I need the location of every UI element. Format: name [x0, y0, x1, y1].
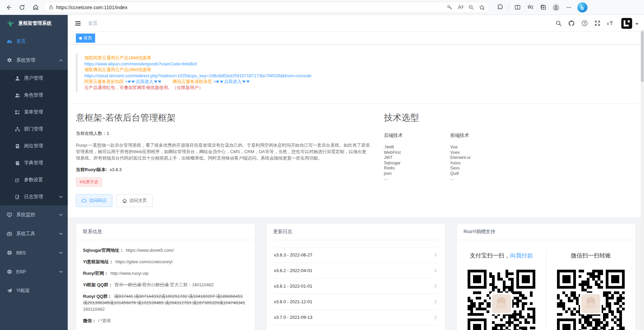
sidebar-item-departments[interactable]: 部门管理	[0, 121, 68, 138]
scrollbar-thumb[interactable]	[641, 31, 644, 82]
chevron-right-icon	[433, 300, 438, 304]
tech-item: Sqlsugar	[384, 161, 450, 166]
tags-view-bar: 首页	[68, 32, 644, 45]
ali-zone-label: 阿里云服务器折扣区	[84, 79, 125, 84]
sidebar-item-bbs[interactable]: BBS	[0, 243, 68, 262]
search-icon[interactable]	[554, 19, 563, 28]
github-icon[interactable]	[567, 19, 576, 28]
contact-row: Ruoyi官网：http://www.ruoyi.vip	[83, 270, 248, 276]
sidebar-item-label: 首页	[16, 38, 26, 44]
refresh-icon[interactable]	[16, 2, 28, 13]
lock-icon[interactable]	[48, 5, 53, 10]
zoom-out-icon[interactable]	[466, 3, 476, 12]
sidebar-item-logs[interactable]: 日志管理	[0, 188, 68, 205]
changelog-item-label: v3.8.2 - 2022-04-01	[274, 268, 312, 273]
sidebar-item-erp[interactable]: ERP	[0, 262, 68, 281]
copilot-icon[interactable]	[577, 2, 587, 13]
donate-card-title: RuoYi捐赠支持	[457, 224, 636, 240]
user-avatar-menu[interactable]	[621, 18, 639, 29]
changelog-item[interactable]: v3.8.3 - 2022-06-27	[273, 247, 438, 263]
read-aloud-icon[interactable]	[455, 3, 465, 12]
sidebar-item-label: BBS	[16, 250, 26, 255]
wechat-qr-code	[557, 270, 625, 330]
sidebar-item-label: 系统监控	[16, 212, 35, 218]
url-text[interactable]: https://ccnetcore.com:1101/index	[56, 5, 442, 10]
contact-value: 官方三群：160110482	[170, 282, 214, 287]
sidebar-item-label: 部门管理	[24, 126, 43, 132]
tencent-zone-link[interactable]: >☛☛点我进入☚☚	[213, 79, 249, 84]
split-screen-icon[interactable]	[512, 2, 523, 13]
sidebar-item-posts[interactable]: 岗位管理	[0, 138, 68, 154]
page-scrollbar[interactable]	[641, 30, 644, 330]
home-icon[interactable]	[30, 2, 41, 13]
sidebar: 意框架管理系统 首页 系统管理 用户管理	[0, 15, 68, 330]
question-icon[interactable]	[580, 19, 589, 28]
chevron-down-icon	[59, 270, 63, 274]
changelog-item[interactable]: v3.8.2 - 2022-04-01	[273, 263, 438, 279]
profile-avatar[interactable]	[550, 2, 562, 13]
changelog-item-label: v3.7.0 - 2021-09-13	[274, 315, 312, 320]
contact-card-title: 联系信息	[76, 224, 255, 240]
promo-zones: 阿里云服务器折扣区 >☛☛点我进入☚☚腾讯云服务器秒杀区 >☛☛点我进入☚☚	[84, 79, 629, 85]
cards-section: 联系信息 Sqlsugar官网地址：https://www.donet5.com…	[68, 217, 644, 330]
alipay-panel: 支付宝扫一扫，向我付款	[457, 252, 546, 330]
contact-label: Yi意框架地址：	[83, 259, 113, 264]
alipay-qr-code	[468, 270, 535, 330]
badge-icon	[15, 144, 20, 149]
address-bar[interactable]: https://ccnetcore.com:1101/index	[43, 2, 490, 13]
tab-home[interactable]: 首页	[76, 34, 95, 43]
changelog-item-label: v3.8.0 - 2021-12-01	[274, 299, 312, 304]
contact-row: Yi框架 QQ群：官方一群已满 官方二群已满官方三群：160110482	[83, 282, 248, 288]
extensions-icon[interactable]	[494, 2, 506, 13]
chevron-down-icon	[59, 232, 63, 236]
promo-link-aliyun[interactable]: https://www.aliyun.com/minisite/goods?us…	[84, 61, 629, 67]
sidebar-item-home[interactable]: 首页	[0, 32, 68, 51]
contact-label: Ruoyi官网：	[83, 271, 108, 276]
chevron-right-icon	[433, 268, 438, 273]
visit-homepage-button[interactable]: 访问主页	[116, 194, 153, 207]
backend-label: 后端技术	[384, 132, 450, 139]
breadcrumb[interactable]: 首页	[88, 20, 98, 26]
sidebar-item-monitor[interactable]: 系统监控	[0, 205, 68, 224]
collections-icon[interactable]	[537, 2, 549, 13]
visit-gitee-button[interactable]: 访问码云	[76, 194, 112, 207]
promo-link-tencent[interactable]: https://cloud.tencent.com/redirect.php?r…	[84, 73, 629, 79]
sidebar-item-menus[interactable]: 菜单管理	[0, 104, 68, 121]
sidebar-item-users[interactable]: 用户管理	[0, 70, 68, 87]
sidebar-item-label: 系统工具	[16, 231, 35, 237]
gear-icon	[7, 58, 12, 63]
favorite-add-icon[interactable]	[477, 3, 487, 12]
tech-item: JWT	[384, 155, 450, 161]
frontend-label: 前端技术	[450, 132, 517, 139]
visit-gitee-label: 访问码云	[89, 198, 107, 204]
font-size-icon[interactable]	[605, 19, 615, 28]
tech-item: json	[384, 171, 450, 177]
changelog-item[interactable]: v3.8.1 - 2022-01-01	[273, 279, 438, 294]
sidebar-item-dictionary[interactable]: 字典管理	[0, 154, 68, 171]
sidebar-item-yi[interactable]: Yi框架	[0, 281, 68, 300]
back-icon[interactable]	[3, 2, 14, 13]
ali-zone-link[interactable]: >☛☛点我进入☚☚	[125, 79, 161, 84]
sidebar-item-label: ERP	[16, 269, 26, 274]
sidebar-item-system[interactable]: 系统管理	[0, 51, 68, 70]
sidebar-item-roles[interactable]: 角色管理	[0, 87, 68, 104]
sidebar-toggle-icon[interactable]	[73, 19, 83, 28]
contact-label: Yi框架 QQ群：	[83, 282, 113, 287]
fullscreen-icon[interactable]	[593, 19, 602, 28]
more-menu-icon[interactable]	[563, 2, 575, 13]
password-key-icon[interactable]	[445, 3, 454, 12]
app-title: 意框架管理系统	[18, 20, 51, 26]
sidebar-item-label: 系统管理	[16, 57, 35, 63]
sidebar-item-parameters[interactable]: 参数设置	[0, 171, 68, 188]
favorites-icon[interactable]	[524, 2, 536, 13]
monitor-icon	[7, 212, 12, 218]
alipay-text: 支付宝扫一扫，	[470, 252, 510, 259]
frontend-tech-column: 前端技术 Vue Vuex Element-ui Axios Sass Quil…	[450, 132, 517, 182]
changelog-item[interactable]: v3.7.0 - 2021-09-13	[273, 310, 438, 325]
changelog-item[interactable]: v3.8.0 - 2021-12-01	[273, 294, 438, 310]
sidebar-item-tools[interactable]: 系统工具	[0, 224, 68, 243]
alipay-pay-link[interactable]: 向我付款	[510, 252, 533, 259]
tech-item: ...	[450, 176, 517, 182]
sidebar-logo[interactable]: 意框架管理系统	[0, 15, 68, 32]
changelog-item-label: v3.8.1 - 2022-01-01	[274, 284, 312, 289]
